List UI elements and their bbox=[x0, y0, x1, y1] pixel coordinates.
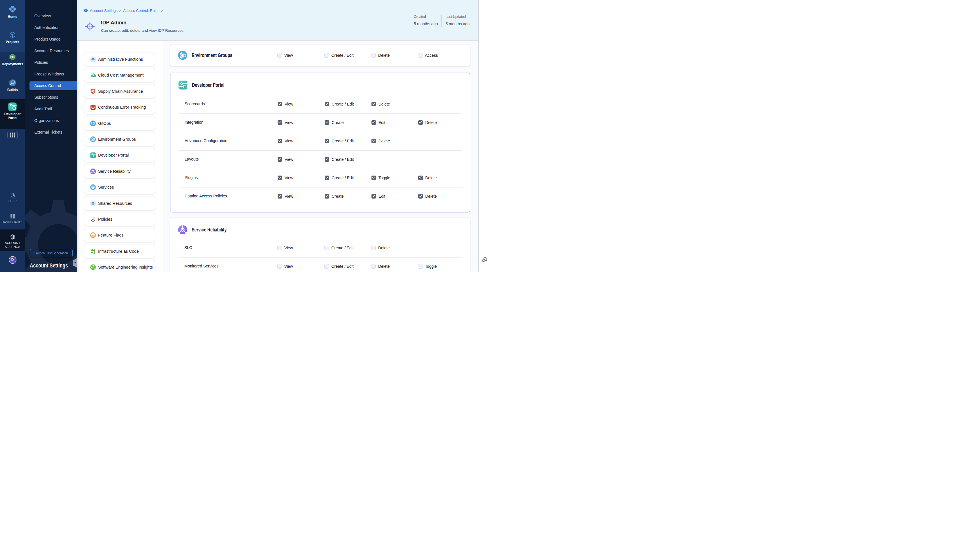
svg-text:?: ? bbox=[11, 193, 13, 196]
svg-text:$: $ bbox=[92, 74, 94, 77]
